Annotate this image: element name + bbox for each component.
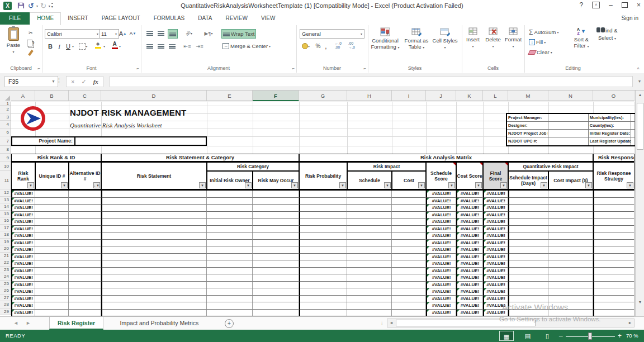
cell-H13[interactable] [347,198,392,205]
increase-decimal-button[interactable]: ←.0.00 [332,41,344,49]
cell-N14[interactable] [548,205,593,212]
cancel-formula-icon[interactable]: × [71,78,74,85]
cell-K21[interactable]: #VALUE! [456,254,483,261]
cell-H12[interactable] [347,191,392,198]
cell-N17[interactable] [548,226,593,233]
bottom-align-button[interactable] [168,29,178,39]
scroll-up-icon[interactable]: ▲ [636,91,644,99]
cell-N15[interactable] [548,212,593,219]
cell-G26[interactable] [299,288,347,296]
align-right-button[interactable] [168,42,177,50]
col-header-cost[interactable]: Cost▼ [392,171,426,189]
row-header-26[interactable]: 26 [0,287,11,294]
cell-B22[interactable] [35,260,69,268]
cell-J13[interactable]: #VALUE! [426,198,456,205]
cell-G25[interactable] [299,282,347,289]
cell-B21[interactable] [35,254,69,261]
row-header-22[interactable]: 22 [0,259,11,267]
filter-icon[interactable]: ▼ [384,182,391,188]
sheet-tab-impact-and-probability-metrics[interactable]: Impact and Probability Metrics [112,317,207,330]
row-header-7[interactable]: 7 [0,136,11,146]
cell-I29[interactable] [392,310,426,317]
sort-filter-applied-icon[interactable]: ▼ [93,182,100,188]
cell-E15[interactable] [207,212,253,219]
cell-I21[interactable] [392,254,426,261]
collapse-ribbon-icon[interactable]: ˄ [637,66,640,71]
cell-A18[interactable]: #VALUE! [11,232,35,240]
cell-D16[interactable] [101,218,207,226]
cell-L25[interactable]: #VALUE! [483,282,508,289]
new-sheet-button[interactable]: + [225,319,234,328]
filter-icon[interactable]: ▼ [245,182,252,188]
cell-B24[interactable] [35,274,69,282]
info-value[interactable] [548,130,588,137]
cell-I22[interactable] [392,260,426,268]
column-header-A[interactable]: A [11,91,35,101]
cell-D18[interactable] [101,232,207,240]
cell-J14[interactable]: #VALUE! [426,205,456,212]
worksheet-area[interactable]: NJDOT RISK MANAGEMENT Quantitative Risk … [11,102,635,316]
cell-L14[interactable]: #VALUE! [483,205,508,212]
cell-E29[interactable] [207,310,253,317]
cell-C27[interactable] [69,296,101,303]
cell-K23[interactable]: #VALUE! [456,268,483,275]
cell-N27[interactable] [548,296,593,303]
cell-J22[interactable]: #VALUE! [426,260,456,268]
cell-G21[interactable] [299,254,347,261]
filter-icon[interactable]: ▼ [27,182,34,188]
row-header-2[interactable]: 2 [0,106,11,113]
row-header-4[interactable]: 4 [0,121,11,129]
cell-L21[interactable]: #VALUE! [483,254,508,261]
cell-H29[interactable] [347,310,392,317]
cell-E12[interactable] [207,191,253,198]
cell-L20[interactable]: #VALUE! [483,246,508,254]
cell-N13[interactable] [548,198,593,205]
row-header-9[interactable]: 9 [0,154,11,162]
cell-C29[interactable] [69,310,101,317]
column-header-B[interactable]: B [35,91,69,101]
cell-H26[interactable] [347,288,392,296]
cell-A25[interactable]: #VALUE! [11,282,35,289]
cell-J19[interactable]: #VALUE! [426,240,456,247]
cell-F14[interactable] [253,205,299,212]
row-header-8[interactable]: 8 [0,146,11,154]
ribbon-tab-page-layout[interactable]: PAGE LAYOUT [95,12,147,25]
col-header-risk-statement[interactable]: Risk Statement▼ [101,162,207,189]
info-value[interactable] [548,114,588,121]
cell-G13[interactable] [299,198,347,205]
cell-M13[interactable] [508,198,548,205]
ribbon-tab-review[interactable]: REVIEW [219,12,254,25]
cell-O18[interactable] [593,232,634,240]
ribbon-display-options-icon[interactable]: ˄ [592,2,600,8]
cell-C18[interactable] [69,232,101,240]
cell-N18[interactable] [548,232,593,240]
row-header-23[interactable]: 23 [0,267,11,274]
cell-A15[interactable]: #VALUE! [11,212,35,219]
cell-F24[interactable] [253,274,299,282]
tab-strip-grip[interactable]: ⁞ [381,320,382,326]
cell-G18[interactable] [299,232,347,240]
cell-A26[interactable]: #VALUE! [11,288,35,296]
zoom-in-button[interactable]: + [618,332,622,340]
borders-button[interactable]: ▾ [79,42,88,50]
cell-H14[interactable] [347,205,392,212]
font-name-select[interactable]: Calibri▾ [45,29,101,39]
cell-I19[interactable] [392,240,426,247]
cell-B12[interactable] [35,191,69,198]
cell-D20[interactable] [101,246,207,254]
info-value[interactable] [631,137,635,145]
cell-A20[interactable]: #VALUE! [11,246,35,254]
cell-O22[interactable] [593,260,634,268]
font-dialog-launcher-icon[interactable]: ⌐ [136,66,139,71]
cell-E13[interactable] [207,198,253,205]
cell-K18[interactable]: #VALUE! [456,232,483,240]
ribbon-tab-view[interactable]: VIEW [254,12,282,25]
cell-I28[interactable] [392,302,426,310]
cell-B14[interactable] [35,205,69,212]
accounting-format-button[interactable]: ▾ [300,42,312,50]
cell-O17[interactable] [593,226,634,233]
cell-G14[interactable] [299,205,347,212]
cell-B27[interactable] [35,296,69,303]
page-break-view-icon[interactable]: ▯ [540,331,555,341]
format-as-table-button[interactable]: Format as Table ▾ [401,27,432,51]
